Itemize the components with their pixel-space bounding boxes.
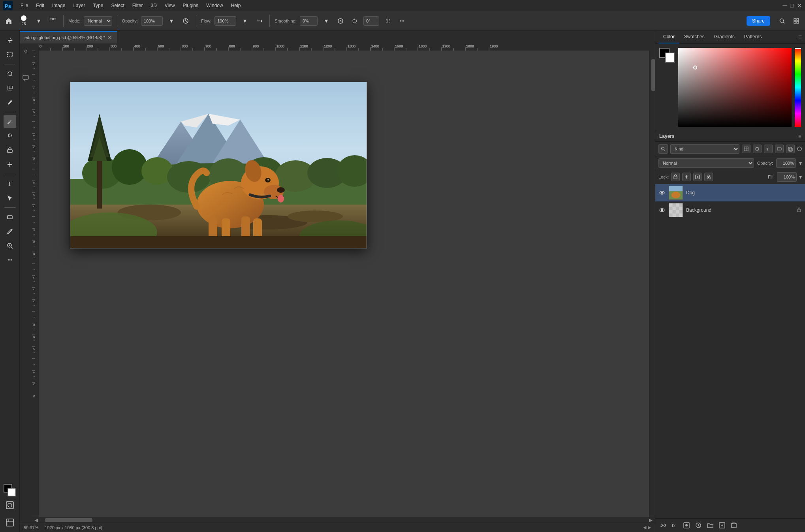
brush-dropdown-icon[interactable]: ▾ bbox=[33, 15, 44, 26]
tab-color[interactable]: Color bbox=[658, 31, 679, 43]
status-next[interactable]: ▶ bbox=[648, 525, 651, 530]
layers-filter-select[interactable]: Kind Name Effect Mode Attribute Color Sm… bbox=[670, 144, 739, 154]
menu-help[interactable]: Help bbox=[228, 2, 244, 9]
menu-file[interactable]: File bbox=[17, 2, 31, 9]
layer-fx-icon[interactable]: fx bbox=[670, 521, 679, 530]
filter-shape-icon[interactable] bbox=[775, 145, 784, 153]
lasso-tool[interactable] bbox=[4, 68, 16, 80]
lock-artboard-icon[interactable] bbox=[693, 173, 702, 181]
eyedropper-tool[interactable] bbox=[4, 96, 16, 109]
fill-value-input[interactable]: 100% bbox=[777, 172, 797, 182]
background-swatch[interactable] bbox=[665, 53, 675, 63]
filter-pixel-icon[interactable] bbox=[742, 145, 750, 153]
search-icon[interactable] bbox=[777, 15, 788, 26]
fg-bg-colors[interactable] bbox=[4, 484, 16, 496]
direct-selection-tool[interactable] bbox=[4, 192, 16, 204]
brush-settings-icon[interactable] bbox=[335, 15, 346, 26]
brush-options-icon[interactable] bbox=[47, 15, 58, 26]
layer-add-icon[interactable] bbox=[718, 521, 726, 530]
opacity-dropdown-icon[interactable]: ▾ bbox=[166, 15, 177, 26]
horizontal-scrollbar-thumb[interactable] bbox=[45, 518, 92, 522]
shape-tool[interactable] bbox=[4, 211, 16, 224]
menu-select[interactable]: Select bbox=[108, 2, 127, 9]
opacity-input[interactable] bbox=[141, 16, 163, 26]
filter-toggle[interactable] bbox=[797, 147, 802, 151]
horizontal-scrollbar[interactable]: ◀ ▶ bbox=[32, 517, 655, 523]
menu-edit[interactable]: Edit bbox=[33, 2, 47, 9]
brush-tool[interactable] bbox=[4, 115, 16, 128]
lock-position-icon[interactable] bbox=[682, 173, 691, 181]
menu-type[interactable]: Type bbox=[90, 2, 106, 9]
tab-gradients[interactable]: Gradients bbox=[709, 31, 739, 43]
canvas-viewport[interactable] bbox=[39, 51, 649, 517]
brush-extra-icon[interactable] bbox=[397, 15, 408, 26]
close-button[interactable]: ✕ bbox=[797, 2, 802, 9]
fill-scrubber[interactable]: ▾ bbox=[799, 174, 802, 180]
layer-item-background[interactable]: Background bbox=[655, 201, 805, 219]
pressure-opacity-icon[interactable] bbox=[180, 15, 191, 26]
type-tool[interactable]: T bbox=[4, 177, 16, 190]
healing-tool[interactable] bbox=[4, 158, 16, 171]
scroll-prev-button[interactable]: ◀ bbox=[32, 518, 39, 522]
minimize-button[interactable]: ─ bbox=[782, 2, 787, 9]
flow-input[interactable] bbox=[214, 16, 236, 26]
tab-patterns[interactable]: Patterns bbox=[739, 31, 767, 43]
layer-adjustment-icon[interactable] bbox=[694, 521, 703, 530]
angle-input[interactable] bbox=[363, 16, 379, 26]
color-panel-menu-button[interactable]: ≡ bbox=[798, 34, 802, 41]
lock-pixels-icon[interactable] bbox=[671, 173, 680, 181]
flow-dropdown-icon[interactable]: ▾ bbox=[239, 15, 250, 26]
filter-type-icon[interactable]: T bbox=[764, 145, 773, 153]
frame-mode-tool[interactable] bbox=[4, 516, 16, 529]
smoothing-input[interactable] bbox=[300, 16, 318, 26]
brush-size-indicator[interactable]: 26 bbox=[17, 15, 30, 27]
blend-mode-select[interactable]: Normal Dissolve Darken Multiply Color Bu… bbox=[658, 158, 754, 168]
lock-all-icon[interactable] bbox=[704, 173, 713, 181]
more-tools[interactable] bbox=[4, 254, 16, 266]
layer-dog-visibility[interactable] bbox=[658, 189, 666, 196]
document-tab[interactable]: edu.gcfglobal.org.psd @ 59.4% (RGB/8) * … bbox=[20, 31, 117, 43]
symmetry-icon[interactable] bbox=[382, 15, 393, 26]
menu-filter[interactable]: Filter bbox=[129, 2, 146, 9]
background-color[interactable] bbox=[8, 488, 16, 496]
menu-3d[interactable]: 3D bbox=[147, 2, 160, 9]
mode-select[interactable]: Normal Multiply Screen Overlay bbox=[84, 16, 112, 26]
layer-bg-visibility[interactable] bbox=[658, 207, 666, 214]
pen-tool[interactable] bbox=[4, 225, 16, 238]
airbrush-icon[interactable] bbox=[254, 15, 265, 26]
color-gradient-picker[interactable] bbox=[678, 48, 792, 127]
filter-smart-object-icon[interactable] bbox=[786, 145, 795, 153]
layer-folder-icon[interactable] bbox=[706, 521, 715, 530]
layout-icon[interactable] bbox=[791, 15, 802, 26]
comment-icon[interactable] bbox=[21, 73, 30, 82]
opacity-value-input[interactable]: 100% bbox=[776, 158, 796, 168]
tab-swatches[interactable]: Swatches bbox=[679, 31, 709, 43]
smoothing-dropdown-icon[interactable]: ▾ bbox=[321, 15, 332, 26]
layer-delete-icon[interactable] bbox=[730, 521, 738, 530]
layer-link-icon[interactable] bbox=[658, 521, 667, 530]
menu-image[interactable]: Image bbox=[49, 2, 68, 9]
status-prev[interactable]: ◀ bbox=[643, 525, 646, 530]
selection-tool[interactable] bbox=[4, 48, 16, 61]
home-icon[interactable] bbox=[3, 15, 14, 26]
vertical-scrollbar[interactable] bbox=[649, 51, 655, 517]
menu-plugins[interactable]: Plugins bbox=[180, 2, 201, 9]
vertical-scrollbar-thumb[interactable] bbox=[651, 59, 655, 91]
menu-window[interactable]: Window bbox=[203, 2, 226, 9]
quick-mask-tool[interactable] bbox=[4, 499, 16, 511]
zoom-tool[interactable] bbox=[4, 239, 16, 252]
move-tool[interactable] bbox=[4, 34, 16, 47]
tab-close-button[interactable]: ✕ bbox=[107, 34, 112, 41]
crop-tool[interactable] bbox=[4, 82, 16, 94]
panel-collapse-icon[interactable]: « bbox=[21, 47, 30, 55]
opacity-scrubber[interactable]: ▾ bbox=[799, 160, 802, 166]
document-canvas[interactable] bbox=[70, 82, 367, 248]
angle-icon[interactable] bbox=[349, 15, 360, 26]
maximize-button[interactable]: □ bbox=[790, 2, 794, 9]
hue-slider[interactable] bbox=[795, 48, 801, 127]
menu-view[interactable]: View bbox=[162, 2, 178, 9]
scroll-next-button[interactable]: ▶ bbox=[647, 518, 654, 522]
menu-layer[interactable]: Layer bbox=[70, 2, 88, 9]
share-button[interactable]: Share bbox=[747, 16, 770, 26]
layer-item-dog[interactable]: Dog bbox=[655, 184, 805, 201]
